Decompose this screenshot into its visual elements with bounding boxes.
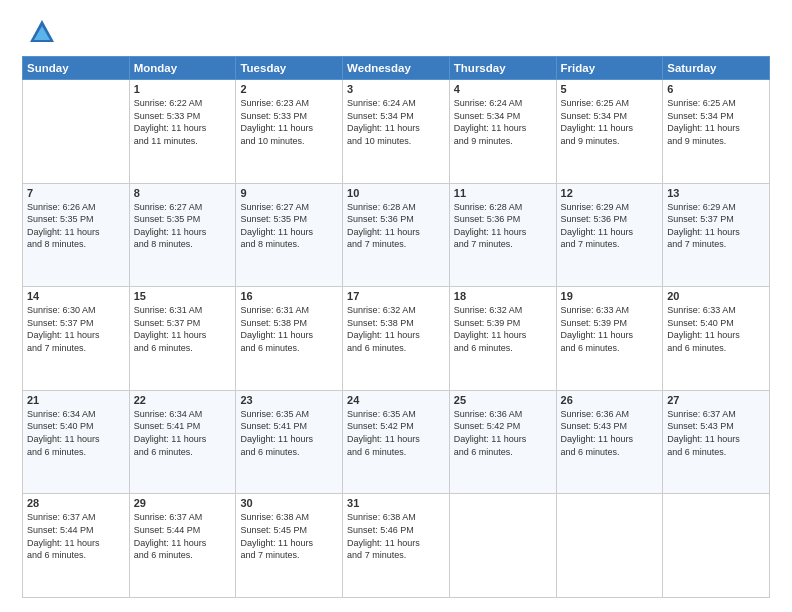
day-info: Sunrise: 6:28 AM Sunset: 5:36 PM Dayligh… [454, 201, 552, 251]
table-row [23, 80, 130, 184]
table-row: 12Sunrise: 6:29 AM Sunset: 5:36 PM Dayli… [556, 183, 663, 287]
day-number: 19 [561, 290, 659, 302]
day-number: 7 [27, 187, 125, 199]
weekday-header-row: Sunday Monday Tuesday Wednesday Thursday… [23, 57, 770, 80]
day-number: 15 [134, 290, 232, 302]
table-row: 8Sunrise: 6:27 AM Sunset: 5:35 PM Daylig… [129, 183, 236, 287]
header-tuesday: Tuesday [236, 57, 343, 80]
table-row: 23Sunrise: 6:35 AM Sunset: 5:41 PM Dayli… [236, 390, 343, 494]
day-number: 16 [240, 290, 338, 302]
day-info: Sunrise: 6:33 AM Sunset: 5:40 PM Dayligh… [667, 304, 765, 354]
table-row: 22Sunrise: 6:34 AM Sunset: 5:41 PM Dayli… [129, 390, 236, 494]
table-row: 10Sunrise: 6:28 AM Sunset: 5:36 PM Dayli… [343, 183, 450, 287]
table-row: 17Sunrise: 6:32 AM Sunset: 5:38 PM Dayli… [343, 287, 450, 391]
table-row [663, 494, 770, 598]
day-info: Sunrise: 6:37 AM Sunset: 5:44 PM Dayligh… [134, 511, 232, 561]
day-info: Sunrise: 6:27 AM Sunset: 5:35 PM Dayligh… [134, 201, 232, 251]
header-monday: Monday [129, 57, 236, 80]
table-row: 28Sunrise: 6:37 AM Sunset: 5:44 PM Dayli… [23, 494, 130, 598]
day-number: 8 [134, 187, 232, 199]
table-row: 25Sunrise: 6:36 AM Sunset: 5:42 PM Dayli… [449, 390, 556, 494]
day-number: 12 [561, 187, 659, 199]
day-info: Sunrise: 6:36 AM Sunset: 5:42 PM Dayligh… [454, 408, 552, 458]
calendar-week-row: 28Sunrise: 6:37 AM Sunset: 5:44 PM Dayli… [23, 494, 770, 598]
header-wednesday: Wednesday [343, 57, 450, 80]
calendar-week-row: 7Sunrise: 6:26 AM Sunset: 5:35 PM Daylig… [23, 183, 770, 287]
table-row [449, 494, 556, 598]
table-row: 27Sunrise: 6:37 AM Sunset: 5:43 PM Dayli… [663, 390, 770, 494]
calendar-table: Sunday Monday Tuesday Wednesday Thursday… [22, 56, 770, 598]
day-number: 13 [667, 187, 765, 199]
day-info: Sunrise: 6:31 AM Sunset: 5:38 PM Dayligh… [240, 304, 338, 354]
table-row: 1Sunrise: 6:22 AM Sunset: 5:33 PM Daylig… [129, 80, 236, 184]
table-row: 30Sunrise: 6:38 AM Sunset: 5:45 PM Dayli… [236, 494, 343, 598]
day-number: 10 [347, 187, 445, 199]
day-number: 5 [561, 83, 659, 95]
day-number: 27 [667, 394, 765, 406]
day-number: 24 [347, 394, 445, 406]
day-info: Sunrise: 6:24 AM Sunset: 5:34 PM Dayligh… [347, 97, 445, 147]
day-number: 4 [454, 83, 552, 95]
table-row: 7Sunrise: 6:26 AM Sunset: 5:35 PM Daylig… [23, 183, 130, 287]
day-info: Sunrise: 6:22 AM Sunset: 5:33 PM Dayligh… [134, 97, 232, 147]
day-number: 1 [134, 83, 232, 95]
header [22, 18, 770, 46]
calendar-week-row: 14Sunrise: 6:30 AM Sunset: 5:37 PM Dayli… [23, 287, 770, 391]
day-info: Sunrise: 6:31 AM Sunset: 5:37 PM Dayligh… [134, 304, 232, 354]
table-row: 31Sunrise: 6:38 AM Sunset: 5:46 PM Dayli… [343, 494, 450, 598]
day-info: Sunrise: 6:25 AM Sunset: 5:34 PM Dayligh… [561, 97, 659, 147]
table-row: 9Sunrise: 6:27 AM Sunset: 5:35 PM Daylig… [236, 183, 343, 287]
day-number: 28 [27, 497, 125, 509]
day-info: Sunrise: 6:37 AM Sunset: 5:44 PM Dayligh… [27, 511, 125, 561]
day-number: 30 [240, 497, 338, 509]
table-row: 6Sunrise: 6:25 AM Sunset: 5:34 PM Daylig… [663, 80, 770, 184]
day-number: 31 [347, 497, 445, 509]
table-row: 14Sunrise: 6:30 AM Sunset: 5:37 PM Dayli… [23, 287, 130, 391]
table-row: 11Sunrise: 6:28 AM Sunset: 5:36 PM Dayli… [449, 183, 556, 287]
header-thursday: Thursday [449, 57, 556, 80]
calendar-week-row: 1Sunrise: 6:22 AM Sunset: 5:33 PM Daylig… [23, 80, 770, 184]
day-info: Sunrise: 6:34 AM Sunset: 5:41 PM Dayligh… [134, 408, 232, 458]
day-number: 20 [667, 290, 765, 302]
table-row: 4Sunrise: 6:24 AM Sunset: 5:34 PM Daylig… [449, 80, 556, 184]
header-friday: Friday [556, 57, 663, 80]
header-saturday: Saturday [663, 57, 770, 80]
table-row: 26Sunrise: 6:36 AM Sunset: 5:43 PM Dayli… [556, 390, 663, 494]
day-info: Sunrise: 6:36 AM Sunset: 5:43 PM Dayligh… [561, 408, 659, 458]
day-info: Sunrise: 6:26 AM Sunset: 5:35 PM Dayligh… [27, 201, 125, 251]
table-row: 2Sunrise: 6:23 AM Sunset: 5:33 PM Daylig… [236, 80, 343, 184]
table-row: 15Sunrise: 6:31 AM Sunset: 5:37 PM Dayli… [129, 287, 236, 391]
day-number: 6 [667, 83, 765, 95]
table-row: 18Sunrise: 6:32 AM Sunset: 5:39 PM Dayli… [449, 287, 556, 391]
day-number: 23 [240, 394, 338, 406]
table-row: 29Sunrise: 6:37 AM Sunset: 5:44 PM Dayli… [129, 494, 236, 598]
day-info: Sunrise: 6:33 AM Sunset: 5:39 PM Dayligh… [561, 304, 659, 354]
day-number: 9 [240, 187, 338, 199]
table-row: 19Sunrise: 6:33 AM Sunset: 5:39 PM Dayli… [556, 287, 663, 391]
day-number: 14 [27, 290, 125, 302]
day-number: 2 [240, 83, 338, 95]
logo-icon [28, 18, 56, 46]
calendar-week-row: 21Sunrise: 6:34 AM Sunset: 5:40 PM Dayli… [23, 390, 770, 494]
day-info: Sunrise: 6:24 AM Sunset: 5:34 PM Dayligh… [454, 97, 552, 147]
day-info: Sunrise: 6:35 AM Sunset: 5:42 PM Dayligh… [347, 408, 445, 458]
table-row [556, 494, 663, 598]
day-info: Sunrise: 6:34 AM Sunset: 5:40 PM Dayligh… [27, 408, 125, 458]
day-info: Sunrise: 6:25 AM Sunset: 5:34 PM Dayligh… [667, 97, 765, 147]
day-info: Sunrise: 6:35 AM Sunset: 5:41 PM Dayligh… [240, 408, 338, 458]
day-number: 22 [134, 394, 232, 406]
table-row: 13Sunrise: 6:29 AM Sunset: 5:37 PM Dayli… [663, 183, 770, 287]
day-number: 17 [347, 290, 445, 302]
table-row: 3Sunrise: 6:24 AM Sunset: 5:34 PM Daylig… [343, 80, 450, 184]
day-number: 11 [454, 187, 552, 199]
day-number: 3 [347, 83, 445, 95]
day-number: 21 [27, 394, 125, 406]
table-row: 24Sunrise: 6:35 AM Sunset: 5:42 PM Dayli… [343, 390, 450, 494]
day-number: 29 [134, 497, 232, 509]
day-info: Sunrise: 6:37 AM Sunset: 5:43 PM Dayligh… [667, 408, 765, 458]
day-number: 25 [454, 394, 552, 406]
day-info: Sunrise: 6:28 AM Sunset: 5:36 PM Dayligh… [347, 201, 445, 251]
table-row: 21Sunrise: 6:34 AM Sunset: 5:40 PM Dayli… [23, 390, 130, 494]
day-info: Sunrise: 6:29 AM Sunset: 5:36 PM Dayligh… [561, 201, 659, 251]
day-number: 26 [561, 394, 659, 406]
